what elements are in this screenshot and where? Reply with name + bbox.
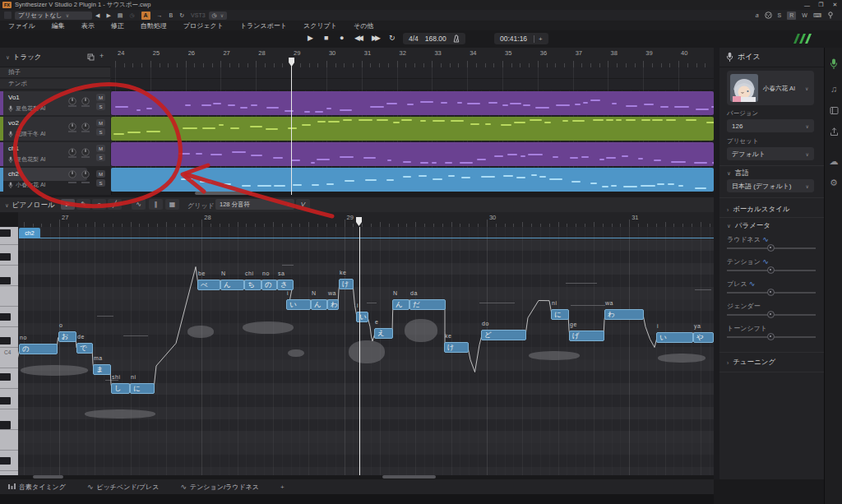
black-key[interactable]	[0, 313, 11, 321]
notes-icon[interactable]: ♫	[825, 81, 842, 97]
time-display-box[interactable]: 00:41:16 +	[494, 33, 548, 44]
pianoroll-hscroll-thumb2[interactable]	[382, 475, 436, 479]
track-panel-header[interactable]: ∨ トラック +	[0, 48, 111, 67]
arrange-timeline-ruler[interactable]: 242526272829303132333435363738394041	[111, 48, 714, 68]
note-i[interactable]: い	[656, 332, 693, 343]
solo-button[interactable]: S	[96, 154, 105, 161]
grid-value-dropdown[interactable]: 128 分音符 ∨	[215, 199, 294, 210]
note-no[interactable]: の	[19, 344, 58, 354]
rewind-button[interactable]: ◀◀	[354, 34, 361, 42]
note-chi[interactable]: ち	[244, 280, 261, 290]
menu-item-transport[interactable]: トランスポート	[232, 21, 295, 30]
note-o[interactable]: お	[58, 331, 76, 342]
arc-tool[interactable]: ∩	[92, 199, 106, 210]
note-N[interactable]: ん	[311, 299, 327, 310]
track-row-vo2[interactable]: vo2花隈千冬 AIMS	[0, 117, 110, 141]
pianoroll-canvas[interactable]: noのoおdeでmaまshiしniにbeべNんchiちnoのsaさiいNんwaわ…	[18, 227, 714, 475]
keyboard-icon[interactable]: ⌨	[813, 12, 821, 19]
param-thumb-1[interactable]	[767, 266, 775, 274]
track-row-ch2[interactable]: ch2小春六花 AIMS	[0, 168, 87, 181]
param-thumb-0[interactable]	[767, 244, 775, 252]
note-de[interactable]: で	[76, 343, 93, 354]
tempo-row[interactable]: テンポ	[0, 79, 110, 90]
write-icon[interactable]: W	[802, 12, 807, 18]
mini-keyboard-toggle[interactable]: ▦	[165, 199, 179, 210]
black-key[interactable]	[0, 229, 11, 238]
note-ni[interactable]: に	[130, 383, 155, 394]
plugin-menu-icon[interactable]	[4, 12, 12, 19]
pitch-curve[interactable]	[18, 227, 714, 475]
track-row-Vo1[interactable]: Vo1夏色花梨 AIMS	[0, 91, 110, 115]
note-wa[interactable]: わ	[604, 309, 644, 320]
duplicate-track-icon[interactable]	[87, 53, 95, 61]
voice-panel-header[interactable]: ボイス	[719, 48, 824, 67]
note-do[interactable]: ど	[481, 330, 526, 340]
vocal-style-section-header[interactable]: ›ボーカルスタイル	[727, 205, 790, 215]
pan-knob[interactable]	[68, 94, 76, 102]
mute-button[interactable]: M	[96, 145, 105, 152]
volume-knob[interactable]	[81, 170, 90, 178]
menu-item-view[interactable]: 表示	[73, 21, 103, 30]
note-N[interactable]: ん	[392, 299, 409, 310]
mute-button[interactable]: M	[96, 119, 105, 127]
pencil-tool[interactable]: ✎	[76, 199, 90, 210]
menu-item-others[interactable]: その他	[345, 21, 382, 30]
forward-button[interactable]: ▶▶	[372, 34, 378, 42]
menu-item-modify[interactable]: 修正	[103, 21, 132, 30]
menu-item-project[interactable]: プロジェクト	[175, 21, 232, 30]
tempo-display-box[interactable]: 4/4 168.00	[403, 33, 465, 44]
midi-icon[interactable]	[765, 12, 772, 20]
volume-knob[interactable]	[81, 94, 90, 102]
black-key[interactable]	[0, 253, 11, 261]
language-dropdown[interactable]: 日本語 (デフォルト)∨	[727, 179, 814, 192]
black-key[interactable]	[0, 421, 11, 429]
cloud-icon[interactable]: ☁	[825, 153, 842, 169]
note-e[interactable]: え	[374, 328, 393, 339]
clip-ch1[interactable]	[111, 142, 714, 166]
loop-button[interactable]: ↻	[389, 34, 396, 42]
prev-preset-button[interactable]: ◀	[95, 12, 99, 19]
note-ya[interactable]: や	[693, 332, 714, 343]
param-thumb-3[interactable]	[767, 311, 775, 318]
bypass-clock-dropdown[interactable]: ◷ ∨	[209, 12, 228, 20]
note-i[interactable]: い	[356, 312, 368, 322]
add-track-button[interactable]: +	[99, 52, 104, 60]
pointer-tool[interactable]: ►	[61, 199, 75, 210]
black-key[interactable]	[0, 397, 11, 405]
note-ke[interactable]: け	[339, 279, 354, 289]
piano-keyboard[interactable]: C4	[0, 227, 19, 475]
note-da[interactable]: だ	[409, 299, 446, 310]
pitchbend-breath-tab[interactable]: ∿ピッチベンド/ブレス	[87, 483, 159, 492]
solo-icon[interactable]: S	[778, 12, 782, 18]
auto-icon[interactable]: a	[756, 12, 759, 18]
split-tool[interactable]: ∥	[149, 199, 163, 210]
next-preset-button[interactable]: ▶	[106, 12, 110, 19]
wave-icon[interactable]: ∿	[749, 280, 756, 288]
line-tool[interactable]: ╱	[108, 199, 122, 210]
mute-button[interactable]: M	[96, 170, 105, 178]
black-key[interactable]	[0, 457, 11, 465]
solo-button[interactable]: S	[96, 179, 105, 187]
note-sa[interactable]: さ	[277, 280, 294, 290]
note-ma[interactable]: ま	[93, 364, 111, 375]
record-arm-icon[interactable]: R	[787, 12, 796, 20]
timesig-row[interactable]: 拍子	[0, 67, 110, 78]
black-key[interactable]	[0, 277, 11, 285]
tuning-section-header[interactable]: ›チューニング	[727, 358, 775, 368]
pan-knob[interactable]	[68, 145, 76, 153]
volume-knob[interactable]	[81, 145, 90, 153]
note-ge[interactable]: げ	[569, 331, 604, 341]
wave-tool[interactable]: ∿	[132, 199, 146, 210]
menu-item-auto-process[interactable]: 自動処理	[132, 21, 175, 30]
compare-clock-icon[interactable]: ◷	[129, 12, 134, 19]
solo-button[interactable]: S	[96, 103, 105, 110]
pianoroll-ruler[interactable]: 2728293031	[18, 212, 714, 228]
minimize-button[interactable]: —	[800, 0, 814, 10]
voicing-tool[interactable]: V	[296, 199, 310, 210]
pianoroll-hscroll-thumb[interactable]	[33, 475, 63, 479]
mute-button[interactable]: M	[96, 94, 105, 101]
note-ke[interactable]: け	[444, 342, 469, 353]
copy-ab-arrow-icon[interactable]: →	[157, 12, 163, 18]
wave-icon[interactable]: ∿	[762, 235, 769, 243]
time-plus-icon[interactable]: +	[534, 35, 543, 43]
